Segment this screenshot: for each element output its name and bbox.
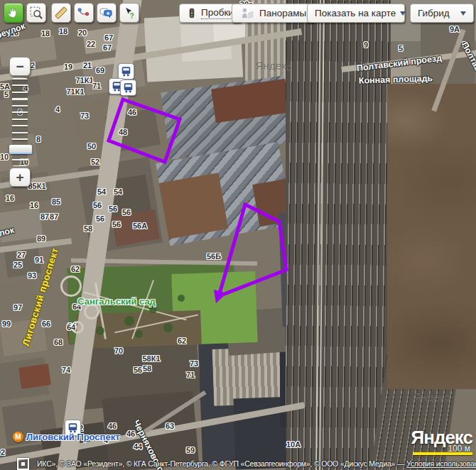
house-number: 58: [84, 224, 92, 233]
route-icon: [77, 6, 91, 20]
house-number: 2: [31, 61, 35, 70]
house-number: 21: [83, 61, 92, 70]
street-label: Сангальский сад: [77, 296, 156, 307]
pan-tool-button[interactable]: [4, 3, 23, 23]
house-number: 67: [103, 43, 112, 52]
house-number: 71К1: [75, 76, 93, 84]
traffic-button-label: Пробки: [201, 7, 234, 19]
tree: [96, 327, 104, 335]
house-number: 56: [134, 366, 142, 374]
house-number: 59: [186, 446, 195, 454]
house-number: 67: [104, 33, 113, 42]
house-number: 18: [59, 27, 67, 35]
house-number: 52: [91, 158, 99, 166]
metro-station-label[interactable]: М Лиговский Проспект: [13, 432, 120, 442]
route-tool-button[interactable]: [74, 3, 94, 23]
house-number: 56: [122, 208, 131, 217]
hand-icon: [6, 6, 21, 20]
terms-of-use-link[interactable]: Условия использования: [406, 459, 476, 468]
house-number: 16: [6, 194, 14, 202]
comment-plus-icon: [99, 6, 114, 20]
house-number: 69: [96, 66, 104, 75]
map-provider-logo: [17, 458, 29, 470]
house-number: 20: [78, 28, 87, 37]
map-type-label: Гибрид: [418, 8, 450, 18]
house-number: 66: [42, 319, 50, 328]
house-number: 56: [109, 204, 117, 213]
house-number: 4: [55, 105, 60, 114]
path-circle: [60, 275, 82, 297]
house-number: 56: [112, 220, 121, 229]
house-number: 97: [13, 303, 22, 312]
house-number: 87: [40, 212, 49, 221]
house-number: 58: [143, 364, 151, 373]
svg-text:?: ?: [129, 12, 134, 20]
house-number: 50: [87, 142, 96, 151]
zoom-out-button[interactable]: −: [9, 57, 31, 76]
copyright-line: ИКС», © ЗАО «Резидент», © КГА Санкт-Пете…: [37, 459, 476, 468]
house-number: 46: [128, 108, 136, 116]
tree: [178, 295, 185, 302]
panoramas-button-label: Панорамы: [259, 8, 306, 18]
bus-icon: [122, 82, 134, 94]
house-number: 5: [4, 90, 9, 99]
house-number: 18: [41, 29, 50, 38]
house-number: 22: [87, 40, 95, 48]
house-number: 56: [93, 201, 102, 209]
chevron-down-icon: [400, 11, 406, 16]
comment-tool-button[interactable]: [97, 3, 117, 23]
house-number: 85К1: [28, 182, 45, 190]
zoom-slider-handle[interactable]: [9, 144, 33, 154]
bus-stop-icon[interactable]: [120, 80, 136, 96]
tree: [124, 316, 134, 326]
copyright-text: ИКС», © ЗАО «Резидент», © КГА Санкт-Пете…: [37, 459, 406, 468]
tree: [149, 305, 157, 313]
bus-stop-icon[interactable]: [118, 63, 134, 80]
house-number: 8: [36, 135, 40, 143]
panoramas-button[interactable]: Панорамы: [232, 4, 314, 23]
house-number: 68: [54, 338, 63, 346]
building-block: [4, 100, 52, 133]
show-on-map-dropdown[interactable]: Показать на карте: [307, 4, 405, 23]
house-number: 25: [13, 261, 22, 269]
house-number: 16: [30, 201, 38, 209]
yandex-watermark: Яндекс: [256, 60, 291, 72]
house-number: 46: [126, 430, 135, 438]
house-number: 9А: [450, 25, 460, 33]
building-block: [18, 364, 51, 389]
house-number: 48: [119, 128, 127, 136]
house-number: 99: [2, 319, 11, 328]
house-number: 58К1: [142, 354, 160, 363]
house-number: 87: [50, 212, 58, 221]
house-number: 44: [134, 442, 142, 451]
tree: [135, 330, 143, 338]
ruler-tool-button[interactable]: [51, 3, 71, 23]
zoom-select-tool-button[interactable]: [26, 3, 46, 23]
house-number: 73: [80, 111, 89, 120]
house-number: 74: [62, 366, 70, 374]
house-number: 10А: [286, 440, 301, 449]
house-number: 93: [28, 271, 36, 280]
traffic-light-icon: [187, 6, 197, 20]
map-type-dropdown[interactable]: Гибрид: [410, 4, 474, 23]
show-on-map-label: Показать на карте: [315, 8, 396, 18]
metro-icon: М: [13, 432, 23, 442]
house-number: 73: [190, 359, 198, 368]
house-number: 2: [1, 448, 5, 457]
house-number: 9: [364, 40, 368, 49]
house-number: 62: [71, 265, 80, 273]
building-block: [159, 173, 229, 239]
house-number: 63: [166, 422, 174, 430]
house-number: 19: [64, 62, 72, 71]
zoom-in-button[interactable]: +: [9, 168, 31, 187]
help-cursor-tool-button[interactable]: ?: [119, 3, 139, 23]
yandex-maps-app: 30а1618182022676719216971К17171К14734648…: [0, 0, 476, 470]
house-number: 54: [97, 187, 106, 196]
ruler-icon: [54, 6, 68, 20]
house-number: 71К1: [66, 87, 84, 96]
house-number: 85: [52, 197, 60, 206]
wasteland-area: [387, 84, 476, 389]
house-number: 62: [178, 337, 186, 345]
house-number: 70: [114, 346, 123, 355]
house-number: 71: [92, 82, 101, 90]
